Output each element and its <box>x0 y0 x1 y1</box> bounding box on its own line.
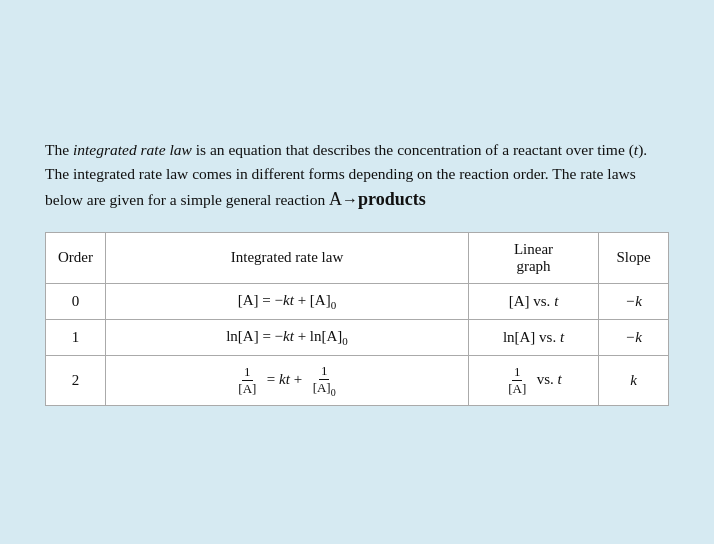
reactant-A: A <box>329 189 342 209</box>
table-row: 1 ln[A] = −kt + ln[A]0 ln[A] vs. t −k <box>46 319 669 355</box>
products-label: products <box>358 189 426 209</box>
order-2: 2 <box>46 355 106 406</box>
graph-2: 1 [A] vs. t <box>469 355 599 406</box>
graph-1: ln[A] vs. t <box>469 319 599 355</box>
law-1: ln[A] = −kt + ln[A]0 <box>106 319 469 355</box>
intro-paragraph: The integrated rate law is an equation t… <box>45 138 669 214</box>
slope-2: k <box>599 355 669 406</box>
slope-0: −k <box>599 283 669 319</box>
table-row: 0 [A] = −kt + [A]0 [A] vs. t −k <box>46 283 669 319</box>
col-header-slope: Slope <box>599 232 669 283</box>
col-header-graph: Lineargraph <box>469 232 599 283</box>
main-card: The integrated rate law is an equation t… <box>17 114 697 431</box>
slope-1: −k <box>599 319 669 355</box>
italic-integrated-rate-law: integrated rate law <box>73 141 192 158</box>
table-header-row: Order Integrated rate law Lineargraph Sl… <box>46 232 669 283</box>
order-0: 0 <box>46 283 106 319</box>
col-header-law: Integrated rate law <box>106 232 469 283</box>
fraction-1-over-A: 1 [A] <box>236 365 258 397</box>
order-1: 1 <box>46 319 106 355</box>
col-header-order: Order <box>46 232 106 283</box>
fraction-1-over-A0: 1 [A]0 <box>311 364 338 398</box>
reaction-arrow: → <box>342 191 358 208</box>
law-0: [A] = −kt + [A]0 <box>106 283 469 319</box>
law-2: 1 [A] = kt + 1 [A]0 <box>106 355 469 406</box>
graph-0: [A] vs. t <box>469 283 599 319</box>
fraction-graph-2: 1 [A] <box>506 365 528 397</box>
rate-law-table: Order Integrated rate law Lineargraph Sl… <box>45 232 669 407</box>
italic-t: t <box>634 141 638 158</box>
table-row: 2 1 [A] = kt + 1 [A]0 1 [A] <box>46 355 669 406</box>
